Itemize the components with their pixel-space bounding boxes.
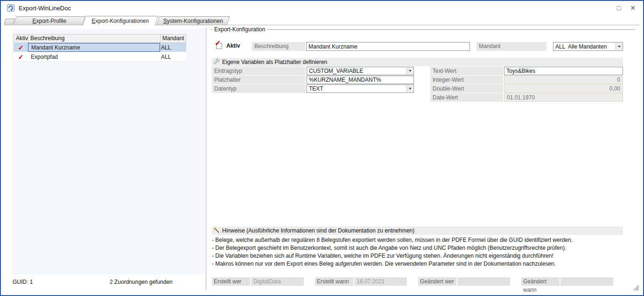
date-wert-label: Date-Wert: [430, 93, 503, 102]
column-header-mandant[interactable]: Mandant: [161, 35, 186, 42]
meta-label: Geändert wer: [418, 277, 456, 286]
mandant-label: Mandant: [476, 42, 546, 51]
integer-wert-label: Integer-Wert: [430, 76, 503, 84]
chevron-down-icon[interactable]: [616, 43, 622, 50]
guid-status: GUID: 1: [13, 279, 33, 285]
datentyp-label: Datentyp: [212, 85, 306, 93]
eintragstyp-select[interactable]: CUSTOM_VARIABLE: [307, 67, 414, 75]
tab-system-konfigurationen[interactable]: System-Konfigurationen: [156, 16, 230, 25]
configuration-list-panel: [12, 29, 205, 275]
double-wert-label: Double-Wert: [430, 85, 503, 93]
tab-export-konfigurationen[interactable]: Export-Konfigurationen: [83, 16, 158, 25]
titlebar: Export-WinLineDoc □ ✕: [1, 1, 643, 15]
check-icon: ✓: [14, 52, 28, 61]
table-header: Aktiv Beschreibung Mandant: [14, 34, 186, 43]
meta-value: [457, 277, 510, 286]
hinweis-line: - Makros können nur vor dem Export eines…: [212, 261, 556, 268]
wrench-icon: [213, 58, 220, 66]
text-wert-label: Text-Wert: [430, 67, 503, 75]
window-title: Export-WinLineDoc: [19, 5, 71, 12]
hinweis-line: - Die Variablen beziehen sich auf Runtim…: [212, 253, 553, 261]
hinweis-line: - Belege, welche außerhalb der regulären…: [212, 237, 573, 245]
variables-section-header: Eigene Variablen als Platzhalter definie…: [212, 58, 623, 66]
magic-wand-icon: [213, 227, 220, 235]
close-button[interactable]: ✕: [627, 2, 638, 14]
platzhalter-input[interactable]: [307, 76, 414, 84]
platzhalter-label: Platzhalter: [212, 76, 306, 84]
tab-label: Export-Profile: [15, 17, 84, 25]
result-count-status: 2 Zuordnungen gefunden: [110, 279, 173, 285]
hinweise-section-title: Hinweise (Ausführliche Informationen sin…: [222, 227, 414, 234]
check-icon: ✓: [215, 39, 221, 48]
meta-value: 16.07.2021: [354, 277, 407, 286]
tab-strip: Export-Profile Export-Konfigurationen Sy…: [5, 16, 639, 25]
export-winlinedoc-window: Export-WinLineDoc □ ✕ Export-Profile Exp…: [0, 0, 644, 296]
integer-wert-field: 0: [504, 76, 623, 84]
cell-mandant[interactable]: ALL: [160, 52, 185, 61]
configuration-table: Aktiv Beschreibung Mandant ✓ Mandant Kur…: [14, 34, 186, 62]
app-icon: [7, 4, 15, 14]
meta-erstellt-wer: Erstellt wer DigitalData: [212, 277, 304, 286]
check-icon: ✓: [14, 43, 28, 52]
meta-geaendert-wann: Geändert wann: [521, 277, 613, 286]
date-wert-field: 01.01.1970: [504, 93, 623, 102]
hinweis-line: - Der Belegexport geschieht im Benutzerk…: [212, 245, 567, 253]
tab-label: System-Konfigurationen: [158, 17, 228, 25]
datentyp-select[interactable]: TEXT: [307, 85, 414, 93]
beschreibung-label: Beschreibung: [252, 42, 305, 51]
tab-export-profile[interactable]: Export-Profile: [14, 16, 85, 25]
cell-beschreibung[interactable]: Mandant Kurzname: [28, 43, 160, 52]
beschreibung-input[interactable]: [306, 42, 470, 51]
cell-mandant[interactable]: ALL: [160, 43, 185, 52]
eintragstyp-selected-value: CUSTOM_VARIABLE: [309, 67, 363, 75]
chevron-down-icon[interactable]: [406, 85, 413, 92]
meta-label: Geändert wann: [521, 277, 560, 286]
aktiv-label: Aktiv: [226, 42, 240, 49]
double-wert-field: 0,00: [504, 85, 623, 93]
chevron-down-icon[interactable]: [406, 68, 413, 74]
meta-erstellt-wann: Erstellt wann 16.07.2021: [315, 277, 407, 286]
groupbox-legend: Export-Konfiguration: [212, 26, 267, 33]
mandant-select[interactable]: ALL Alle Mandanten: [553, 42, 623, 51]
hinweise-section-header: Hinweise (Ausführliche Informationen sin…: [212, 226, 623, 235]
meta-value: [560, 277, 613, 286]
cell-beschreibung[interactable]: Exportpfad: [28, 52, 160, 61]
variables-section-title: Eigene Variablen als Platzhalter definie…: [222, 59, 327, 65]
mandant-selected-value: ALL Alle Mandanten: [555, 43, 607, 50]
meta-label: Erstellt wann: [315, 277, 353, 286]
text-wert-input[interactable]: [504, 67, 623, 75]
meta-geaendert-wer: Geändert wer: [418, 277, 510, 286]
meta-value: DigitalData: [251, 277, 304, 286]
column-header-beschreibung[interactable]: Beschreibung: [28, 35, 161, 42]
eintragstyp-label: Eintragstyp: [212, 67, 306, 75]
resize-grip[interactable]: [632, 284, 639, 292]
meta-label: Erstellt wer: [212, 277, 250, 286]
column-header-aktiv[interactable]: Aktiv: [14, 35, 28, 42]
datentyp-selected-value: TEXT: [309, 85, 323, 92]
maximize-button[interactable]: □: [613, 2, 624, 14]
table-row[interactable]: ✓ Mandant Kurzname ALL: [14, 43, 186, 52]
panel-divider: [206, 28, 206, 289]
groupbox-border: [210, 29, 635, 30]
tab-label: Export-Konfigurationen: [84, 16, 156, 25]
table-row[interactable]: ✓ Exportpfad ALL: [14, 52, 186, 62]
audit-meta-row: Erstellt wer DigitalData Erstellt wann 1…: [212, 277, 623, 286]
